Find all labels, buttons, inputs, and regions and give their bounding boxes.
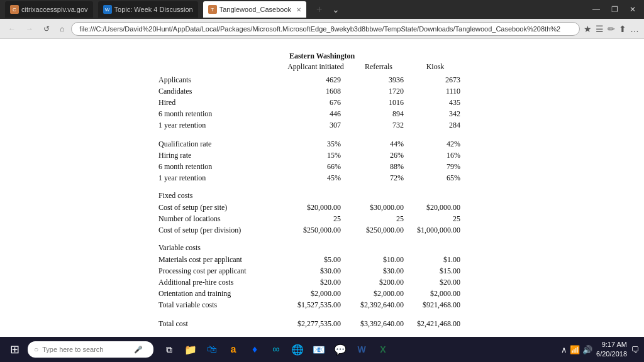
- infinity-icon: ∞: [272, 344, 279, 355]
- table-row: Applicants 4629 3936 2673: [158, 74, 486, 85]
- row-val: 1016: [347, 97, 410, 108]
- table-row: Total cost $2,277,535.00 $3,392,640.00 $…: [158, 318, 486, 329]
- word-icon: W: [357, 344, 365, 354]
- table-row: 6 month retention 66% 88% 79%: [158, 161, 486, 172]
- row-val: 66%: [284, 161, 347, 172]
- amazon-app[interactable]: a: [224, 340, 243, 359]
- row-label: Applicants: [158, 74, 284, 85]
- menu-icon[interactable]: …: [630, 24, 639, 34]
- task-view-button[interactable]: ⧉: [160, 340, 179, 359]
- notes-icon[interactable]: ✏: [608, 24, 615, 34]
- row-label: 6 month retention: [158, 108, 284, 119]
- tab-citrix[interactable]: C citrixaccesspiv.va.gov: [5, 1, 93, 18]
- row-val: $30,000.00: [347, 202, 410, 213]
- notification-icon[interactable]: 🗨: [631, 345, 639, 354]
- citrix-icon: C: [10, 5, 19, 14]
- infinity-app[interactable]: ∞: [267, 340, 286, 359]
- table-row: Total variable costs $1,527,535.00 $2,39…: [158, 299, 486, 310]
- row-val: $2,000.00: [284, 288, 347, 299]
- system-tray: ∧ 📶 🔊: [561, 345, 592, 354]
- volume-icon[interactable]: 🔊: [582, 345, 592, 354]
- row-val: 435: [410, 97, 460, 108]
- tab-tanglewood[interactable]: T Tanglewood_Casebook ✕: [203, 1, 306, 18]
- table-row: Hiring rate 15% 26% 16%: [158, 150, 486, 161]
- forward-button[interactable]: →: [23, 23, 36, 35]
- maximize-button[interactable]: ❐: [608, 4, 621, 15]
- tab-week4[interactable]: W Topic: Week 4 Discussion: [98, 1, 198, 18]
- search-icon: ○: [34, 345, 38, 354]
- row-val: 1110: [410, 85, 460, 97]
- row-val: $1,000,000.00: [410, 224, 460, 236]
- refresh-button[interactable]: ↺: [40, 23, 53, 35]
- reading-list-icon[interactable]: ☰: [596, 24, 604, 34]
- row-val: 25: [347, 213, 410, 224]
- windows-icon: ⊞: [10, 343, 19, 356]
- col-header-referrals: Referrals: [347, 62, 410, 72]
- edge-app[interactable]: 🌐: [288, 340, 307, 359]
- taskbar: ⊞ ○ 🎤 ⧉ 📁 🛍 a ♦ ∞ 🌐 📧 💬: [0, 337, 644, 362]
- row-val: $30.00: [347, 265, 410, 277]
- table-row: Processing cost per applicant $30.00 $30…: [158, 265, 486, 277]
- start-button[interactable]: ⊞: [5, 340, 24, 359]
- row-val: $3,392,640.00: [347, 318, 410, 329]
- row-val: 732: [347, 119, 410, 131]
- row-val: 79%: [410, 161, 460, 172]
- row-val: 16%: [410, 150, 460, 161]
- row-val: $2,392,640.00: [347, 299, 410, 310]
- table-row: Qualification rate 35% 44% 42%: [158, 138, 486, 150]
- new-tab-button[interactable]: +: [311, 4, 327, 15]
- minimize-button[interactable]: —: [589, 4, 603, 15]
- row-val: $2,277,535.00: [284, 318, 347, 329]
- row-label: Candidates: [158, 85, 284, 97]
- excel-app[interactable]: X: [374, 340, 392, 359]
- row-val: 4629: [284, 74, 347, 85]
- table-row: Candidates 1608 1720 1110: [158, 85, 486, 97]
- store-app[interactable]: 🛍: [203, 340, 221, 359]
- tab-close-icon[interactable]: ✕: [296, 6, 301, 13]
- row-label: Orientation and training: [158, 288, 284, 299]
- close-button[interactable]: ✕: [626, 4, 639, 15]
- dropbox-app[interactable]: ♦: [245, 340, 264, 359]
- row-val: 25: [410, 213, 460, 224]
- address-bar: ← → ↺ ⌂ ★ ☰ ✏ ⬆ …: [0, 19, 644, 39]
- skype-app[interactable]: 💬: [331, 340, 350, 359]
- outlook-icon: 📧: [313, 344, 325, 356]
- fixed-costs-label: Fixed costs: [158, 191, 486, 200]
- table-row: 1 year retention 307 732 284: [158, 119, 486, 131]
- address-bar-icons: ★ ☰ ✏ ⬆ …: [584, 24, 639, 34]
- row-label: Cost of setup (per site): [158, 202, 284, 213]
- clock[interactable]: 9:17 AM 6/20/2018: [596, 340, 627, 359]
- table-row: Cost of setup (per division) $250,000.00…: [158, 224, 486, 236]
- back-button[interactable]: ←: [5, 23, 19, 35]
- tabs-container: C citrixaccesspiv.va.gov W Topic: Week 4…: [5, 1, 340, 18]
- home-button[interactable]: ⌂: [57, 23, 67, 35]
- row-val: $10.00: [347, 254, 410, 265]
- outlook-app[interactable]: 📧: [309, 340, 328, 359]
- row-label: 1 year retention: [158, 119, 284, 131]
- variable-costs-label: Variable costs: [158, 243, 486, 253]
- amazon-icon: a: [231, 344, 236, 355]
- row-val: 65%: [410, 172, 460, 184]
- tab-dropdown-icon[interactable]: ⌄: [332, 4, 340, 14]
- share-icon[interactable]: ⬆: [619, 24, 626, 34]
- data-table: Eastern Washington Applicant initiated R…: [158, 52, 486, 324]
- row-val: 1608: [284, 85, 347, 97]
- row-val: 446: [284, 108, 347, 119]
- network-icon[interactable]: 📶: [570, 345, 580, 354]
- row-val: $921,468.00: [410, 299, 460, 310]
- show-hidden-icons[interactable]: ∧: [561, 345, 567, 354]
- row-label: 6 month retention: [158, 161, 284, 172]
- table-row: Orientation and training $2,000.00 $2,00…: [158, 288, 486, 299]
- row-label: Qualification rate: [158, 138, 284, 150]
- tab-citrix-label: citrixaccesspiv.va.gov: [21, 6, 88, 13]
- col-header-applicant: Applicant initiated: [284, 62, 347, 72]
- word-app[interactable]: W: [352, 340, 371, 359]
- search-input[interactable]: [42, 346, 130, 353]
- week4-icon: W: [103, 5, 112, 14]
- search-bar[interactable]: ○ 🎤: [28, 341, 153, 358]
- file-explorer-app[interactable]: 📁: [181, 340, 200, 359]
- folder-icon: 📁: [184, 344, 197, 356]
- row-val: 44%: [347, 138, 410, 150]
- favorites-icon[interactable]: ★: [584, 24, 592, 34]
- address-input[interactable]: [71, 22, 580, 36]
